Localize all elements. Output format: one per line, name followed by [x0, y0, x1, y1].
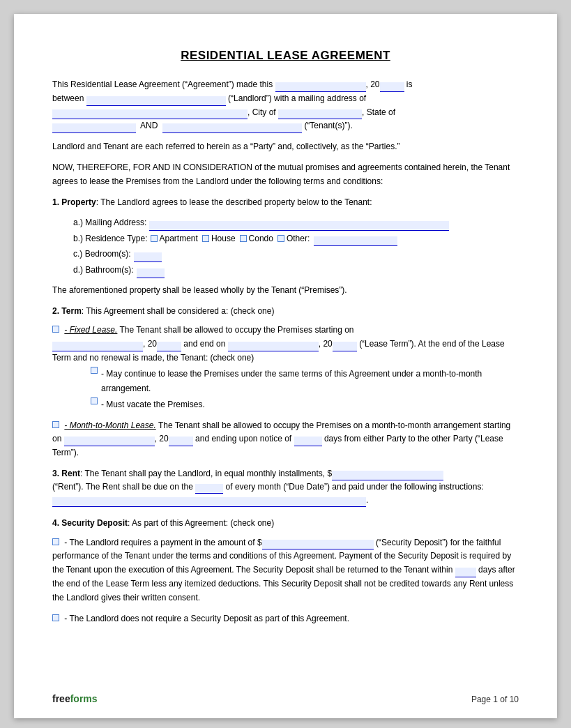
section4-heading: 4. Security Deposit: As part of this Agr… — [52, 517, 519, 530]
rent-amount-field[interactable] — [332, 471, 443, 480]
parties-note: Landlord and Tenant are each referred to… — [52, 140, 519, 154]
vacate-checkbox[interactable] — [91, 397, 98, 404]
tenant-name-field[interactable] — [162, 123, 302, 133]
apartment-checkbox-item: Apartment — [151, 231, 198, 247]
bedrooms-field[interactable] — [134, 252, 162, 262]
fixed-lease-line: - Fixed Lease. The Tenant shall be allow… — [52, 324, 519, 365]
consideration-text: NOW, THEREFORE, FOR AND IN CONSIDERATION… — [52, 161, 519, 189]
month-checkbox[interactable] — [52, 421, 59, 428]
landlord-name-field[interactable] — [86, 96, 226, 106]
payment-instructions-field[interactable] — [52, 497, 366, 507]
fixed-end-date-field[interactable] — [228, 342, 319, 351]
security-deposit-checkbox[interactable] — [52, 538, 59, 545]
notice-days-field[interactable] — [294, 437, 322, 446]
state-field[interactable] — [52, 123, 136, 133]
other-field[interactable] — [314, 236, 397, 246]
logo-forms: forms — [70, 693, 98, 704]
condo-checkbox-item: Condo — [240, 231, 273, 247]
bathrooms-row: d.) Bathroom(s): — [73, 262, 519, 278]
freeforms-logo: freeforms — [52, 693, 98, 704]
apartment-label: Apartment — [160, 231, 198, 247]
intro-line1: This Residential Lease Agreement (“Agree… — [52, 79, 273, 89]
no-security-deposit-checkbox[interactable] — [52, 614, 59, 621]
fixed-lease-block: - Fixed Lease. The Tenant shall be allow… — [52, 324, 519, 412]
month-to-month-block: - Month-to-Month Lease. The Tenant shall… — [52, 419, 519, 460]
intro-paragraph: This Residential Lease Agreement (“Agree… — [52, 78, 519, 133]
document-title: RESIDENTIAL LEASE AGREEMENT — [52, 49, 519, 63]
condo-label: Condo — [249, 231, 273, 247]
house-checkbox[interactable] — [202, 235, 209, 242]
mailing-address-field[interactable] — [149, 221, 449, 231]
document-page: RESIDENTIAL LEASE AGREEMENT This Residen… — [14, 14, 557, 718]
apartment-checkbox[interactable] — [151, 235, 158, 242]
sub-option-continue: - May continue to lease the Premises und… — [91, 367, 519, 395]
date-field[interactable] — [275, 82, 366, 92]
month-start-year-field[interactable] — [169, 437, 193, 446]
logo-free: free — [52, 693, 70, 704]
condo-checkbox[interactable] — [240, 235, 247, 242]
other-label: Other: — [287, 231, 310, 247]
fixed-lease-checkbox[interactable] — [52, 326, 59, 333]
continue-checkbox[interactable] — [91, 367, 98, 374]
page-number: Page 1 of 10 — [471, 695, 519, 704]
property-list: a.) Mailing Address: b.) Residence Type:… — [73, 215, 519, 278]
premises-note: The aforementioned property shall be lea… — [52, 284, 519, 298]
other-checkbox-item: Other: — [277, 231, 310, 247]
other-checkbox[interactable] — [277, 235, 284, 242]
security-return-days-field[interactable] — [455, 568, 476, 577]
house-label: House — [211, 231, 236, 247]
due-date-field[interactable] — [195, 484, 223, 494]
landlord-address-field[interactable] — [52, 109, 248, 119]
section1-heading: 1. Property: The Landlord agrees to leas… — [52, 196, 519, 209]
fixed-start-year-field[interactable] — [157, 342, 181, 351]
city-field[interactable] — [278, 109, 362, 119]
security-deposit-amount-field[interactable] — [262, 540, 374, 549]
section3-heading: 3. Rent: The Tenant shall pay the Landlo… — [52, 467, 519, 508]
security-deposit-option2: - The Landlord does not require a Securi… — [52, 612, 519, 626]
fixed-end-year-field[interactable] — [333, 342, 357, 351]
bedrooms-row: c.) Bedroom(s): — [73, 246, 519, 262]
residence-type-row: b.) Residence Type: Apartment House Cond… — [73, 231, 519, 247]
house-checkbox-item: House — [202, 231, 236, 247]
footer: freeforms Page 1 of 10 — [52, 693, 519, 704]
section2-heading: 2. Term: This Agreement shall be conside… — [52, 305, 519, 318]
bathrooms-field[interactable] — [137, 268, 165, 278]
security-deposit-option1: - The Landlord requires a payment in the… — [52, 536, 519, 605]
month-start-field[interactable] — [64, 437, 155, 446]
address-row: a.) Mailing Address: — [73, 215, 519, 231]
sub-option-vacate: - Must vacate the Premises. — [91, 397, 519, 411]
fixed-start-date-field[interactable] — [52, 342, 143, 351]
year-field[interactable] — [380, 82, 404, 92]
